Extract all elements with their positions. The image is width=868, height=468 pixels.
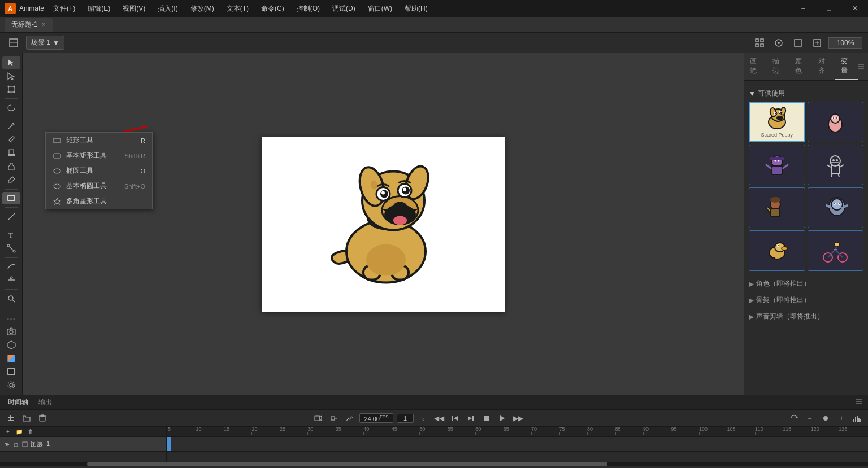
tl-next-keyframe[interactable]: ▶▶	[512, 412, 524, 425]
ctx-basic-ellipse-tool[interactable]: 基本椭圆工具 Shift+O	[46, 178, 152, 194]
camera-icon-btn[interactable]	[2, 325, 20, 338]
char-2[interactable]	[808, 102, 864, 142]
ctx-ellipse-tool[interactable]: 椭圆工具 O	[46, 163, 152, 178]
timeline-panel-btn[interactable]	[856, 398, 862, 406]
keyframe-track[interactable]	[167, 437, 868, 452]
tl-minus[interactable]: −	[804, 412, 816, 425]
bone-tool[interactable]	[2, 242, 20, 255]
tab-close-button[interactable]: ✕	[41, 21, 46, 28]
tab-brush[interactable]: 画笔	[744, 53, 767, 80]
layer-row[interactable]: 图层_1	[0, 437, 166, 452]
fit-canvas-button[interactable]	[752, 35, 767, 51]
menu-modify[interactable]: 修改(M)	[187, 3, 218, 15]
restore-button[interactable]: □	[816, 0, 842, 17]
layer-delete-btn[interactable]: 🗑	[26, 427, 35, 436]
subselection-tool[interactable]	[2, 70, 20, 82]
tl-settings[interactable]	[328, 412, 340, 425]
eyedropper-tool[interactable]	[2, 174, 20, 186]
tl-camera[interactable]	[312, 412, 324, 425]
pen-tool[interactable]	[2, 120, 20, 133]
zoom-tool[interactable]	[2, 292, 20, 305]
tl-folder[interactable]	[20, 412, 33, 425]
menu-file[interactable]: 文件(F)	[50, 3, 79, 15]
char-8[interactable]	[808, 230, 864, 271]
inkbottle-tool[interactable]	[2, 160, 20, 173]
tab-stroke[interactable]: 描边	[767, 53, 789, 80]
edit-mode-button[interactable]	[6, 35, 21, 51]
line-tool[interactable]	[2, 211, 20, 223]
zoom-input[interactable]	[828, 37, 862, 49]
menu-window[interactable]: 窗口(W)	[364, 3, 396, 15]
tl-graph[interactable]	[344, 412, 356, 425]
lasso-tool[interactable]	[2, 102, 20, 114]
menu-view[interactable]: 视图(V)	[119, 3, 149, 15]
layer-folder-btn[interactable]: 📁	[15, 427, 24, 436]
menu-edit[interactable]: 编辑(E)	[84, 3, 114, 15]
char-7[interactable]	[749, 230, 805, 271]
menu-help[interactable]: 帮助(H)	[401, 3, 431, 15]
layer-lock-icon[interactable]	[12, 441, 19, 448]
selection-tool[interactable]	[2, 56, 20, 69]
panel-menu-btn[interactable]	[858, 53, 868, 80]
color-picker-btn[interactable]	[2, 352, 20, 365]
characters-section[interactable]: ▶ 角色（即将推出）	[749, 275, 863, 292]
pencil-tool[interactable]	[2, 133, 20, 146]
tl-plus[interactable]: +	[835, 412, 848, 425]
paintbucket-tool[interactable]	[2, 147, 20, 159]
close-button[interactable]: ✕	[842, 0, 868, 17]
timeline-scrollbar[interactable]	[0, 462, 868, 466]
tl-prev-keyframe[interactable]: ◀◀	[433, 412, 445, 425]
tl-add-keyframe[interactable]: ⬦	[417, 412, 429, 425]
menu-debug[interactable]: 调试(D)	[329, 3, 359, 15]
char-4[interactable]	[808, 145, 864, 185]
char-5[interactable]	[749, 187, 805, 228]
document-tab[interactable]: 无标题-1 ✕	[5, 18, 53, 32]
tab-variable[interactable]: 变量	[835, 53, 858, 80]
free-transform-tool[interactable]	[2, 84, 20, 96]
layer-visibility-icon[interactable]	[3, 441, 10, 448]
tl-zoom[interactable]	[851, 412, 863, 425]
rectangle-tool[interactable]	[2, 192, 20, 204]
available-section[interactable]: ▼ 可供使用	[749, 85, 863, 102]
text-tool[interactable]: T	[2, 229, 20, 241]
ctx-polystar-tool[interactable]: 多角星形工具	[46, 194, 152, 209]
char-3[interactable]	[749, 145, 805, 185]
char-6[interactable]	[808, 187, 864, 228]
menu-insert[interactable]: 插入(I)	[154, 3, 181, 15]
minimize-button[interactable]: −	[790, 0, 816, 17]
layer-add-btn[interactable]: +	[3, 427, 12, 436]
tl-play[interactable]	[496, 412, 509, 425]
layer-outline-icon[interactable]	[21, 441, 28, 448]
settings-btn[interactable]	[2, 379, 20, 391]
menu-control[interactable]: 控制(O)	[293, 3, 323, 15]
tl-center[interactable]	[819, 412, 832, 425]
snap-button[interactable]	[771, 35, 787, 51]
menu-text[interactable]: 文本(T)	[223, 3, 252, 15]
timeline-tab[interactable]: 时间轴	[6, 396, 31, 408]
output-tab[interactable]: 输出	[36, 396, 54, 408]
straighten-tool[interactable]	[2, 274, 20, 286]
tab-align[interactable]: 对齐	[813, 53, 835, 80]
smooth-tool[interactable]	[2, 260, 20, 273]
ctx-rectangle-tool[interactable]: 矩形工具 R	[46, 133, 152, 148]
ctx-basic-rectangle-tool[interactable]: 基本矩形工具 Shift+R	[46, 148, 152, 163]
clip-button[interactable]	[790, 35, 806, 51]
tab-color[interactable]: 颜色	[789, 53, 812, 80]
more-tools[interactable]: …	[2, 310, 20, 323]
scrollbar-thumb[interactable]	[87, 462, 608, 466]
3d-transform-btn[interactable]	[2, 339, 20, 351]
fps-display[interactable]: 24.00FPS	[359, 413, 393, 423]
menu-command[interactable]: 命令(C)	[258, 3, 288, 15]
scene-selector[interactable]: 场景 1 ▼	[26, 36, 64, 50]
tl-step-back[interactable]	[449, 412, 461, 425]
stroke-color-btn[interactable]	[2, 365, 20, 378]
tl-add-layer[interactable]	[5, 412, 17, 425]
frame-number[interactable]: 1	[397, 414, 414, 423]
tl-stop[interactable]	[480, 412, 493, 425]
tl-step-forward[interactable]	[465, 412, 477, 425]
char-scared-puppy[interactable]: Scared Puppy	[749, 102, 805, 142]
tl-loop[interactable]	[788, 412, 800, 425]
tl-delete-layer[interactable]	[36, 412, 49, 425]
canvas-area[interactable]: 矩形工具 R 基本矩形工具 Shift+R 椭圆工具 O	[23, 53, 744, 395]
skeleton-section[interactable]: ▶ 骨架（即将推出）	[749, 292, 863, 308]
